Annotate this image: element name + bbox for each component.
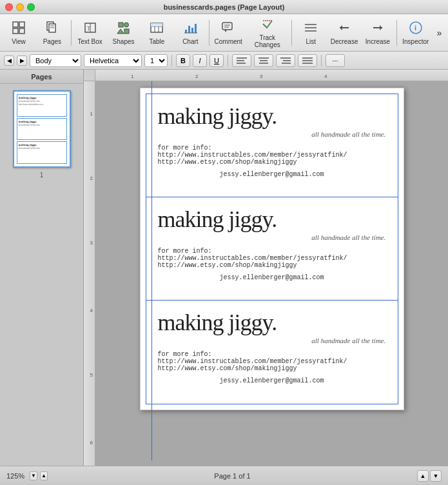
business-card-2: making jiggy. all handmade all the time.…: [146, 197, 398, 301]
ruler-h-3: 3: [260, 74, 262, 79]
zoom-control: 125% ▼ ▲: [6, 471, 48, 480]
format-bar: ◀ ▶ Body Helvetica 12 B I U ···: [0, 52, 448, 70]
zoom-down-button[interactable]: ▼: [30, 471, 37, 480]
align-justify-button[interactable]: [298, 54, 317, 67]
textbox-button[interactable]: T Text Box: [74, 16, 106, 50]
card3-info-label: for more info:: [158, 351, 386, 358]
list-button[interactable]: List: [295, 16, 327, 50]
increase-label: Increase: [365, 38, 390, 45]
thumb-card-1c: making jiggy. all handmade all the time.: [17, 141, 67, 164]
toolbar-divider-4: [396, 20, 397, 46]
card3-subtitle: all handmade all the time.: [158, 337, 386, 344]
svg-rect-3: [19, 28, 24, 34]
ruler-corner: [84, 70, 95, 81]
thumb-text-1a: all handmade all the time.: [19, 100, 65, 103]
underline-button[interactable]: U: [209, 54, 224, 67]
inspector-button[interactable]: i Inspector: [400, 16, 432, 50]
view-button[interactable]: View: [3, 16, 35, 50]
zoom-up-button[interactable]: ▲: [40, 471, 48, 480]
card2-url2: http://www.etsy.com/shop/makingjiggy: [158, 262, 386, 269]
more-button[interactable]: »: [433, 16, 445, 50]
italic-button[interactable]: I: [193, 54, 207, 67]
doc-body: 1 2 3 4 5 6 making jiggy. all handmade a…: [84, 81, 448, 466]
format-prev-button[interactable]: ◀: [4, 55, 14, 66]
format-next-button[interactable]: ▶: [17, 55, 27, 66]
decrease-label: Decrease: [331, 38, 358, 45]
increase-button[interactable]: Increase: [362, 16, 394, 50]
ruler-horizontal: 1 2 3 4: [95, 70, 448, 81]
toolbar: View Pages T Text Box Shapes Table Chart: [0, 14, 448, 52]
format-sep-3: [321, 55, 322, 66]
svg-marker-34: [340, 25, 342, 30]
thumb-text-1c: all handmade all the time.: [19, 147, 65, 150]
ruler-h-2: 2: [195, 74, 198, 79]
toolbar-divider-1: [71, 20, 72, 46]
table-icon: [150, 21, 164, 37]
traffic-lights: [5, 3, 35, 11]
textbox-icon: T: [83, 21, 97, 37]
decrease-button[interactable]: Decrease: [328, 16, 360, 50]
ruler-v-2: 2: [90, 175, 93, 181]
svg-text:T: T: [87, 26, 90, 32]
list-label: List: [306, 38, 316, 45]
ruler-v-6: 6: [90, 440, 93, 446]
sidebar-title: Pages: [0, 70, 83, 84]
card2-url1: http://www.instructables.com/member/jess…: [158, 255, 386, 262]
font-select[interactable]: Helvetica: [84, 54, 142, 67]
ruler-v-5: 5: [90, 372, 93, 378]
shapes-label: Shapes: [113, 38, 135, 45]
comment-button[interactable]: Comment: [212, 16, 244, 50]
chart-button[interactable]: Chart: [174, 16, 206, 50]
svg-rect-11: [119, 23, 123, 27]
doc-content: making jiggy. all handmade all the time.…: [95, 81, 448, 466]
page-indicator: Page 1 of 1: [214, 472, 250, 480]
svg-rect-20: [185, 30, 187, 33]
page-thumbnail-1[interactable]: making jiggy. all handmade all the time.…: [13, 90, 71, 168]
minimize-button[interactable]: [16, 3, 24, 11]
fontsize-select[interactable]: 12: [144, 54, 168, 67]
window-title: businesscards.pages (Page Layout): [164, 3, 285, 11]
svg-rect-1: [19, 22, 24, 27]
format-sep-1: [171, 55, 172, 66]
card2-subtitle: all handmade all the time.: [158, 233, 386, 241]
comment-icon: [221, 21, 235, 37]
ruler-v-3: 3: [90, 240, 93, 246]
inspector-icon: i: [409, 21, 423, 37]
close-button[interactable]: [5, 3, 13, 11]
card1-url1: http://www.instructables.com/member/jess…: [158, 152, 386, 159]
card1-url2: http://www.etsy.com/shop/makingjiggy: [158, 159, 386, 166]
chart-icon: [183, 21, 197, 37]
next-page-button[interactable]: ▼: [430, 470, 442, 482]
trackchanges-label: Track Changes: [246, 34, 289, 48]
align-right-button[interactable]: [276, 54, 295, 67]
card3-email: jessy.ellenberger@gmail.com: [158, 377, 386, 384]
textbox-label: Text Box: [78, 38, 102, 45]
bold-button[interactable]: B: [176, 54, 190, 67]
document-area[interactable]: 1 2 3 4 1 2 3 4 5 6: [84, 70, 448, 466]
card1-email: jessy.ellenberger@gmail.com: [158, 171, 386, 178]
card1-info-label: for more info:: [158, 144, 386, 152]
ruler-row: 1 2 3 4: [84, 70, 448, 81]
page-1: making jiggy. all handmade all the time.…: [140, 88, 404, 410]
thumb-text-1b: all handmade all the time.: [19, 124, 65, 126]
pages-button[interactable]: Pages: [36, 16, 68, 50]
shapes-button[interactable]: Shapes: [108, 16, 140, 50]
prev-page-button[interactable]: ▲: [417, 470, 429, 482]
table-button[interactable]: Table: [141, 16, 173, 50]
card3-url2: http://www.etsy.com/shop/makingjiggy: [158, 365, 386, 372]
trackchanges-button[interactable]: Track Changes: [246, 16, 289, 50]
trackchanges-icon: [260, 17, 275, 33]
paragraph-style-select[interactable]: Body: [30, 54, 81, 67]
pages-label: Pages: [43, 38, 61, 45]
card3-title: making jiggy.: [158, 311, 386, 334]
svg-rect-25: [222, 23, 232, 30]
zoom-value: 125%: [6, 472, 27, 480]
maximize-button[interactable]: [27, 3, 35, 11]
view-icon: [12, 21, 26, 37]
pages-icon: [45, 21, 59, 37]
align-left-button[interactable]: [232, 54, 251, 67]
thumb-card-1a: making jiggy. all handmade all the time.…: [17, 94, 67, 117]
align-center-button[interactable]: [254, 54, 273, 67]
more-format-button[interactable]: ···: [326, 54, 345, 67]
card1-subtitle: all handmade all the time.: [158, 130, 386, 138]
